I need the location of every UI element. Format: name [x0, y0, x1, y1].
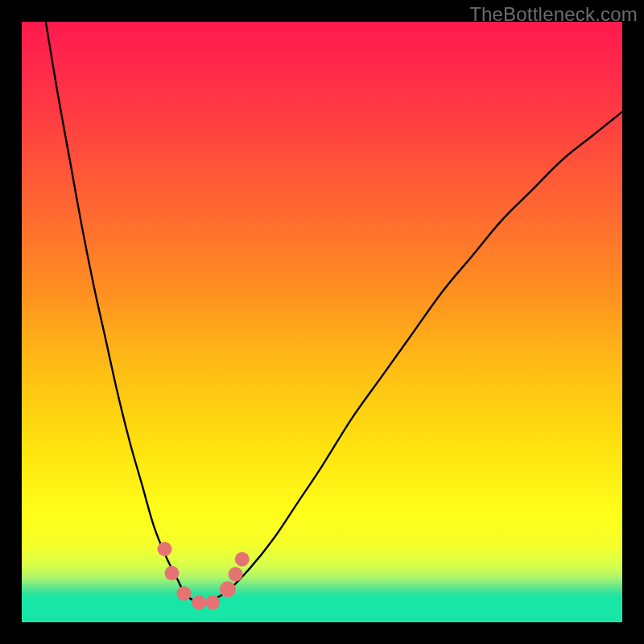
right-curve	[202, 112, 622, 605]
chart-svg	[22, 22, 622, 622]
watermark-text: TheBottleneck.com	[469, 3, 638, 26]
chart-frame: TheBottleneck.com	[0, 0, 644, 644]
curve-marker	[205, 595, 220, 609]
curve-marker	[165, 566, 180, 580]
curve-markers	[158, 542, 250, 609]
curve-marker	[235, 552, 250, 567]
curve-marker	[158, 542, 172, 556]
curve-marker	[176, 586, 191, 601]
curve-marker	[192, 595, 206, 609]
curve-marker	[229, 567, 243, 581]
plot-area	[22, 22, 622, 622]
curve-marker	[220, 581, 236, 597]
left-curve	[46, 22, 202, 605]
